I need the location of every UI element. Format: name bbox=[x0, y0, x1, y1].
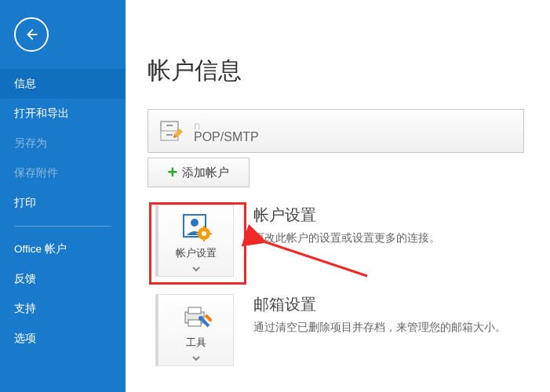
tile-label: 帐户设置 bbox=[176, 246, 217, 260]
sidebar-item-label: 选项 bbox=[14, 332, 36, 344]
tile-label: 工具 bbox=[186, 336, 206, 350]
sidebar-item-feedback[interactable]: 反馈 bbox=[0, 264, 126, 294]
add-account-button[interactable]: + 添加帐户 bbox=[148, 158, 250, 187]
section-description: 通过清空已删除项目并存档，来管理您的邮箱大小。 bbox=[253, 318, 506, 336]
section-title: 帐户设置 bbox=[253, 205, 440, 226]
svg-point-5 bbox=[191, 219, 199, 227]
sidebar: 信息 打开和导出 另存为 保存附件 打印 Office 帐户 反馈 支持 选项 bbox=[0, 0, 126, 392]
svg-rect-2 bbox=[166, 125, 173, 126]
sidebar-item-label: 支持 bbox=[14, 303, 36, 314]
sidebar-item-options[interactable]: 选项 bbox=[0, 324, 126, 354]
sidebar-item-support[interactable]: 支持 bbox=[0, 294, 126, 324]
page-title: 帐户信息 bbox=[148, 55, 550, 87]
section-account-settings: 帐户设置 帐户设置 更改此帐户的设置或设置更多的连接。 bbox=[148, 205, 524, 277]
chevron-down-icon bbox=[192, 351, 200, 359]
sidebar-item-label: 另存为 bbox=[14, 137, 47, 149]
svg-rect-14 bbox=[188, 320, 201, 326]
main-panel: 帐户信息 n POP/SMTP + 添加帐户 帐户设置 bbox=[126, 0, 550, 392]
account-settings-tile[interactable]: 帐户设置 bbox=[155, 205, 234, 277]
sidebar-menu: 信息 打开和导出 另存为 保存附件 打印 Office 帐户 反馈 支持 选项 bbox=[0, 69, 126, 354]
tools-tile[interactable]: 工具 bbox=[155, 294, 234, 366]
sidebar-item-label: 反馈 bbox=[14, 273, 36, 285]
add-account-label: 添加帐户 bbox=[182, 165, 229, 180]
section-title: 邮箱设置 bbox=[253, 294, 506, 315]
sidebar-item-save-as: 另存为 bbox=[0, 129, 126, 158]
sidebar-item-office-account[interactable]: Office 帐户 bbox=[0, 234, 126, 264]
sidebar-item-label: 打印 bbox=[14, 197, 36, 209]
account-selector[interactable]: n POP/SMTP bbox=[148, 109, 524, 153]
back-button[interactable] bbox=[14, 17, 49, 52]
sidebar-item-label: 信息 bbox=[14, 78, 36, 89]
sidebar-item-label: 保存附件 bbox=[14, 167, 58, 179]
sidebar-item-label: 打开和导出 bbox=[14, 107, 69, 119]
account-text: n POP/SMTP bbox=[194, 118, 259, 144]
section-mailbox-settings: 工具 邮箱设置 通过清空已删除项目并存档，来管理您的邮箱大小。 bbox=[148, 294, 524, 366]
sidebar-item-label: Office 帐户 bbox=[14, 243, 67, 255]
printer-tools-icon bbox=[180, 301, 212, 332]
sidebar-divider bbox=[14, 226, 111, 227]
svg-rect-13 bbox=[188, 307, 201, 314]
sidebar-item-info[interactable]: 信息 bbox=[0, 69, 126, 99]
account-protocol: POP/SMTP bbox=[194, 130, 259, 144]
sidebar-item-open-export[interactable]: 打开和导出 bbox=[0, 99, 126, 129]
chevron-down-icon bbox=[192, 262, 200, 270]
sidebar-item-print[interactable]: 打印 bbox=[0, 188, 126, 218]
svg-point-15 bbox=[199, 316, 203, 321]
account-settings-icon bbox=[180, 212, 212, 243]
section-description: 更改此帐户的设置或设置更多的连接。 bbox=[253, 229, 440, 246]
arrow-left-icon bbox=[23, 26, 40, 43]
svg-point-7 bbox=[202, 231, 206, 236]
svg-rect-3 bbox=[166, 134, 173, 136]
file-cabinet-icon bbox=[156, 117, 184, 145]
sidebar-item-save-attachments: 保存附件 bbox=[0, 158, 126, 188]
